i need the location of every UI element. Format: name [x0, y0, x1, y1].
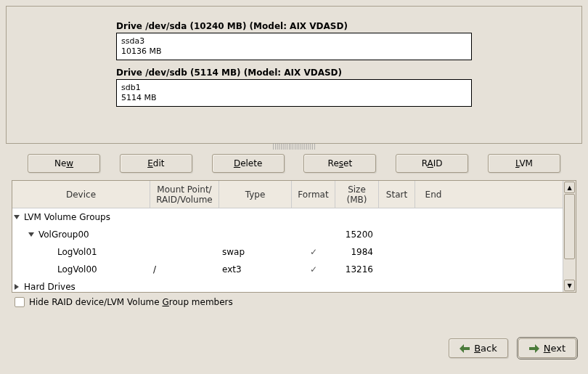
- size-cell: 1984: [335, 247, 379, 257]
- table-row[interactable]: LogVol00/ext3✓13216: [12, 261, 563, 278]
- delete-button[interactable]: Delete: [212, 154, 285, 173]
- device-name: Hard Drives: [24, 282, 75, 292]
- check-icon: ✓: [310, 247, 317, 257]
- lvm-button[interactable]: LVM: [488, 154, 560, 173]
- hide-raid-label: Hide RAID device/LVM Volume Group member…: [29, 297, 233, 307]
- scrollbar[interactable]: ▲ ▼: [563, 181, 576, 292]
- back-button[interactable]: Back: [449, 338, 508, 358]
- hide-raid-checkbox[interactable]: [15, 297, 25, 307]
- col-type[interactable]: Type: [219, 181, 292, 208]
- size-cell: 15200: [335, 229, 379, 240]
- scroll-up-button[interactable]: ▲: [564, 182, 575, 193]
- drive-sda-title: Drive /dev/sda (10240 MB) (Model: AIX VD…: [116, 21, 472, 31]
- col-end[interactable]: End: [415, 181, 452, 208]
- reset-button[interactable]: Reset: [303, 154, 376, 173]
- type-cell: swap: [219, 247, 292, 257]
- device-name: LogVol01: [57, 247, 97, 257]
- table-row[interactable]: Hard Drives: [12, 278, 563, 292]
- col-device[interactable]: Device: [12, 181, 150, 208]
- scroll-track[interactable]: [563, 194, 576, 279]
- action-button-row: New Edit Delete Reset RAID LVM: [6, 151, 582, 180]
- mount-cell: /: [150, 264, 219, 275]
- device-name: LogVol00: [57, 264, 97, 275]
- edit-button[interactable]: Edit: [120, 154, 192, 173]
- drives-panel: Drive /dev/sda (10240 MB) (Model: AIX VD…: [6, 6, 582, 144]
- table-row[interactable]: LogVol01swap✓1984: [12, 243, 563, 261]
- format-cell: ✓: [292, 264, 335, 275]
- expand-toggle-icon[interactable]: [12, 283, 21, 290]
- format-cell: ✓: [292, 247, 335, 257]
- expand-toggle-icon[interactable]: [27, 231, 36, 238]
- device-name: LVM Volume Groups: [24, 212, 110, 222]
- new-button[interactable]: New: [28, 154, 100, 173]
- pane-grip[interactable]: ||||||||||||||||||||||: [6, 143, 582, 150]
- scroll-thumb[interactable]: [564, 194, 575, 259]
- hide-raid-checkbox-row: Hide RAID device/LVM Volume Group member…: [6, 293, 582, 312]
- table-row[interactable]: VolGroup0015200: [12, 226, 563, 243]
- size-cell: 13216: [335, 264, 379, 275]
- partition-table: Device Mount Point/RAID/Volume Type Form…: [12, 180, 576, 293]
- col-mount[interactable]: Mount Point/RAID/Volume: [150, 181, 219, 208]
- partition-name: sdb1: [121, 83, 467, 93]
- partition-size: 5114 MB: [121, 93, 467, 103]
- table-header: Device Mount Point/RAID/Volume Type Form…: [12, 181, 563, 208]
- drive-sdb: Drive /dev/sdb (5114 MB) (Model: AIX VDA…: [116, 68, 472, 107]
- partition-name: ssda3: [121, 36, 467, 46]
- arrow-right-icon: [529, 344, 539, 353]
- type-cell: ext3: [219, 264, 292, 275]
- footer: Back Next: [6, 312, 582, 368]
- drive-sda-partition[interactable]: ssda3 10136 MB: [116, 33, 472, 60]
- device-name: VolGroup00: [38, 229, 89, 240]
- arrow-left-icon: [460, 344, 470, 353]
- table-row[interactable]: LVM Volume Groups: [12, 208, 563, 226]
- col-size[interactable]: Size(MB): [335, 181, 379, 208]
- col-extra: [452, 181, 563, 208]
- expand-toggle-icon[interactable]: [12, 214, 21, 221]
- partition-size: 10136 MB: [121, 46, 467, 57]
- table-body[interactable]: LVM Volume GroupsVolGroup0015200LogVol01…: [12, 208, 563, 292]
- drive-sdb-partition[interactable]: sdb1 5114 MB: [116, 79, 472, 107]
- drive-sda: Drive /dev/sda (10240 MB) (Model: AIX VD…: [116, 21, 472, 60]
- check-icon: ✓: [310, 264, 317, 275]
- col-start[interactable]: Start: [379, 181, 415, 208]
- col-format[interactable]: Format: [292, 181, 335, 208]
- scroll-down-button[interactable]: ▼: [564, 280, 575, 291]
- drive-sdb-title: Drive /dev/sdb (5114 MB) (Model: AIX VDA…: [116, 68, 472, 78]
- raid-button[interactable]: RAID: [396, 154, 468, 173]
- next-button[interactable]: Next: [518, 338, 576, 358]
